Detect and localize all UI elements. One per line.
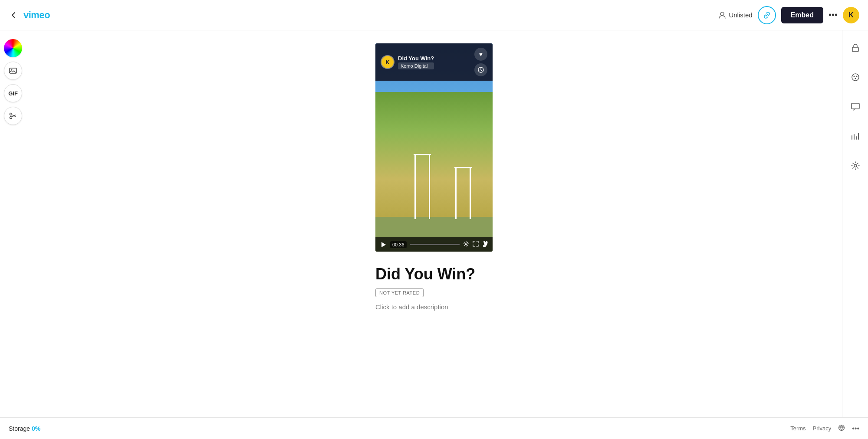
vimeo-control-button[interactable] [482,241,488,248]
video-player[interactable]: K Did You Win? Komo Digital ♥ [375,43,493,252]
gif-tool[interactable]: GIF [4,84,22,102]
palette-sidebar-button[interactable] [847,69,864,86]
embed-button[interactable]: Embed [781,7,823,23]
main-header: vimeo Unlisted Embed ••• K [0,0,868,30]
description-placeholder[interactable]: Click to add a description [375,303,493,311]
svg-point-13 [854,164,857,167]
unlisted-label: Unlisted [729,11,752,19]
header-left: vimeo [9,10,50,21]
video-controls: 00:36 [375,237,493,252]
overlay-channel-name: Komo Digital [398,62,434,69]
settings-sidebar-button[interactable] [847,157,864,174]
scissors-tool[interactable] [4,107,22,125]
terms-link[interactable]: Terms [790,425,806,432]
vimeo-logo: vimeo [23,10,50,21]
user-avatar[interactable]: K [843,7,859,23]
color-wheel-tool[interactable] [4,39,22,57]
time-display: 00:36 [390,241,407,248]
overlay-clock-button[interactable] [474,63,487,76]
overlay-title-group: Did You Win? Komo Digital [398,55,434,69]
video-info: Did You Win? NOT YET RATED Click to add … [375,265,493,311]
video-overlay-header: K Did You Win? Komo Digital ♥ [375,43,493,81]
left-toolbar: GIF [0,30,26,134]
overlay-video-title: Did You Win? [398,55,434,62]
overlay-heart-button[interactable]: ♥ [474,48,487,61]
fullscreen-button[interactable] [473,241,479,248]
svg-point-3 [10,117,12,119]
footer-more-button[interactable]: ••• [852,425,859,432]
svg-point-11 [855,78,856,79]
play-button[interactable] [380,241,387,248]
storage-label: Storage 0% [9,425,40,432]
more-options-button[interactable]: ••• [829,10,838,20]
svg-point-8 [852,74,859,81]
comment-sidebar-button[interactable] [847,98,864,115]
analytics-sidebar-button[interactable] [847,128,864,145]
gif-label: GIF [8,90,18,97]
unlisted-button[interactable]: Unlisted [718,11,752,19]
svg-point-2 [10,113,12,115]
svg-point-9 [853,76,855,77]
back-button[interactable] [9,10,18,20]
video-title: Did You Win? [375,265,493,283]
privacy-link[interactable]: Privacy [813,425,832,432]
goal-post-left [414,154,430,219]
more-icon: ••• [829,10,838,20]
svg-rect-12 [852,103,859,109]
storage-percentage: 0% [32,425,40,432]
overlay-channel-info: K Did You Win? Komo Digital [381,55,434,69]
goal-post-right [455,167,471,219]
svg-point-6 [465,243,467,245]
rating-badge: NOT YET RATED [375,288,424,297]
footer-right: Terms Privacy ••• [790,424,859,433]
svg-point-10 [856,76,857,77]
settings-control-button[interactable] [463,241,469,248]
footer-globe-button[interactable] [838,424,845,433]
heart-icon: ♥ [479,51,483,58]
svg-marker-5 [381,242,386,247]
progress-bar[interactable] [410,244,460,245]
right-sidebar [842,30,868,439]
image-tool[interactable] [4,62,22,80]
svg-rect-7 [852,47,858,52]
svg-point-1 [11,69,13,71]
field-background [375,92,493,217]
overlay-actions: ♥ [474,48,487,76]
komo-avatar: K [381,55,395,69]
link-icon-button[interactable] [758,6,776,24]
header-right: Unlisted Embed ••• K [718,6,859,24]
lock-sidebar-button[interactable] [847,39,864,56]
footer-more-icon: ••• [852,425,859,432]
main-content: K Did You Win? Komo Digital ♥ [26,30,842,324]
main-footer: Storage 0% Terms Privacy ••• [0,417,868,439]
